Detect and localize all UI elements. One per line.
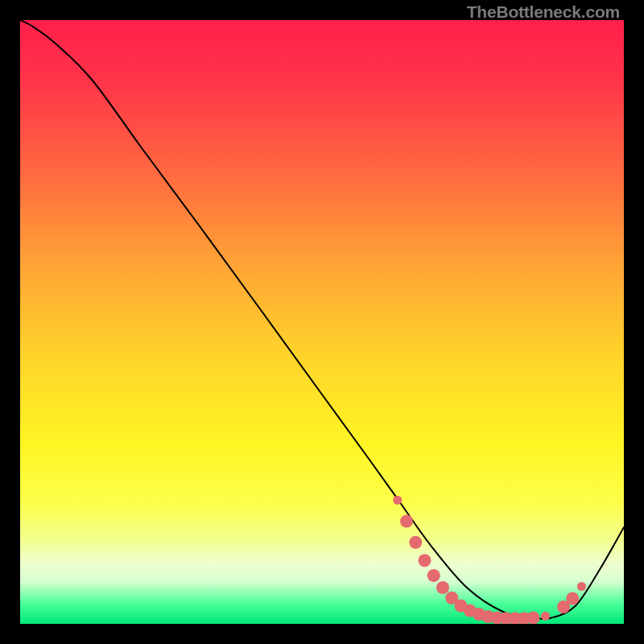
watermark-text: TheBottleneck.com xyxy=(467,2,620,22)
curve-marker xyxy=(409,536,422,549)
curve-marker xyxy=(527,612,540,625)
curve-marker xyxy=(566,592,579,605)
curve-marker xyxy=(541,612,550,621)
curve-marker xyxy=(436,581,449,594)
curve-marker xyxy=(427,569,440,582)
chart-svg xyxy=(20,20,624,624)
curve-marker xyxy=(393,496,402,505)
curve-marker xyxy=(400,515,413,528)
curve-marker xyxy=(419,554,431,567)
curve-marker xyxy=(577,582,586,591)
chart-frame: TheBottleneck.com xyxy=(0,0,644,644)
gradient-background xyxy=(20,20,624,624)
plot-area xyxy=(20,20,624,624)
